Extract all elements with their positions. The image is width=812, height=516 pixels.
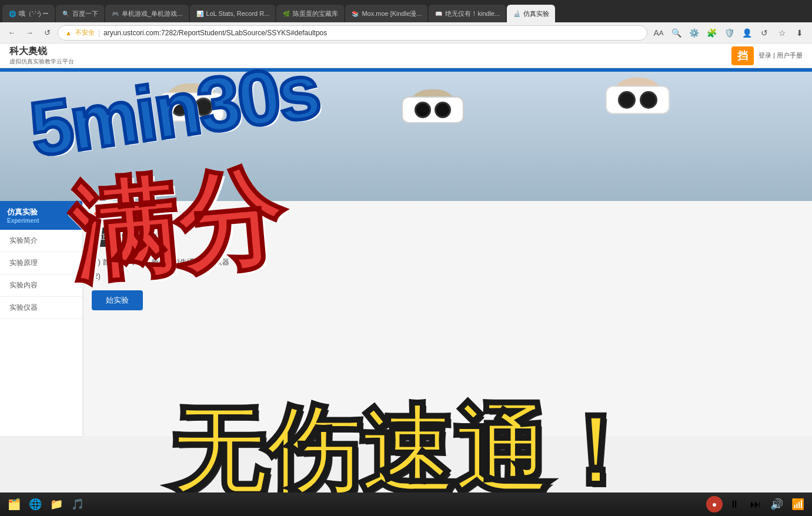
browser-tabs-bar: 🌐 哦（'·'うー 🔍 百度一下 🎮 单机游戏_单机游戏... 📊 LoL St… xyxy=(0,0,812,22)
download-icon[interactable]: ⬇ xyxy=(792,25,807,41)
start-experiment-button[interactable]: 始实验 xyxy=(92,290,143,310)
site-logo-cn: 科大奥锐 xyxy=(9,45,74,58)
tab-3-label: LoL Stats, Record R... xyxy=(206,10,270,17)
content-area: 仿真实验 Experiment 实验简介 实验原理 实验内容 实验仪器 📍 所在… xyxy=(0,201,812,436)
settings-icon[interactable]: ⚙️ xyxy=(686,25,701,41)
back-button[interactable]: ← xyxy=(5,26,19,40)
vr-person-2 xyxy=(406,89,459,122)
hero-people xyxy=(0,72,812,201)
browser-content: 科大奥锐 虚拟仿真实验教学云平台 挡 登录 | 用户手册 xyxy=(0,43,812,516)
security-label: 不安全 xyxy=(75,28,95,37)
taskbar-icon-next[interactable]: ⏭ xyxy=(746,495,765,514)
taskbar-icon-pause[interactable]: ⏸ xyxy=(725,495,744,514)
taskbar-icon-browser[interactable]: 🌐 xyxy=(26,495,45,514)
vr-person-1 xyxy=(162,83,221,119)
site-logo-area: 科大奥锐 虚拟仿真实验教学云平台 xyxy=(9,45,74,66)
font-size-icon[interactable]: AA xyxy=(651,25,666,41)
vr-lens-3b xyxy=(640,91,657,109)
tab-6-label: 绝无仅有！kindle... xyxy=(445,9,500,18)
tab-2[interactable]: 🎮 单机游戏_单机游戏... xyxy=(105,5,188,22)
address-bar-input[interactable]: ▲ 不安全 | aryun.ustcori.com:7282/ReportStu… xyxy=(58,25,647,41)
refresh-icon[interactable]: ↺ xyxy=(757,25,772,41)
tab-1-label: 百度一下 xyxy=(72,9,98,18)
taskbar-icon-network[interactable]: 📶 xyxy=(788,495,807,514)
tab-4-favicon: 🌿 xyxy=(282,9,290,18)
notification-box: 正在打开实验... xyxy=(92,227,156,247)
tab-2-label: 单机游戏_单机游戏... xyxy=(122,9,182,18)
tab-0[interactable]: 🌐 哦（'·'うー xyxy=(2,5,55,22)
tab-1-favicon: 🔍 xyxy=(62,9,70,18)
sidebar: 仿真实验 Experiment 实验简介 实验原理 实验内容 实验仪器 xyxy=(0,201,82,436)
location-bar: 📍 所在... xyxy=(92,210,803,220)
vr-lens-2b xyxy=(435,102,451,118)
vr-headset-2 xyxy=(402,96,464,123)
login-link[interactable]: 登录 | 用户手册 xyxy=(758,51,803,60)
location-text: 所在... xyxy=(103,210,123,220)
sidebar-item-content[interactable]: 实验内容 xyxy=(0,274,82,297)
taskbar-icon-files[interactable]: 🗂️ xyxy=(5,495,24,514)
taskbar-icon-stop[interactable]: ● xyxy=(706,496,723,512)
tab-7-label: 仿真实验 xyxy=(523,9,549,18)
address-separator: | xyxy=(98,29,100,37)
tab-3-favicon: 📊 xyxy=(196,9,204,18)
address-url: aryun.ustcori.com:7282/ReportStudent/SLa… xyxy=(103,29,327,37)
instructions-text: (1) 首次运行虚拟实验前，请先通过实验仪器 (2) xyxy=(92,255,803,283)
sidebar-title-cn: 仿真实验 xyxy=(7,207,75,217)
vr-lens-2a xyxy=(415,102,431,118)
tab-4[interactable]: 🌿 陈蛋蛋的宝藏库 xyxy=(276,5,344,22)
vr-lens-1a xyxy=(171,98,189,116)
shield-icon[interactable]: 🛡️ xyxy=(721,25,737,41)
main-content: 📍 所在... 正在打开实验... (1) 首次运行虚拟实验前，请先通过实验仪器… xyxy=(82,201,812,436)
toolbar-icons: AA 🔍 ⚙️ 🧩 🛡️ 👤 ↺ ☆ ⬇ xyxy=(651,25,807,41)
vr-person-3 xyxy=(610,78,666,114)
sidebar-title-en: Experiment xyxy=(7,217,75,224)
location-pin-icon: 📍 xyxy=(92,212,101,220)
site-header: 科大奥锐 虚拟仿真实验教学云平台 挡 登录 | 用户手册 xyxy=(0,43,812,68)
tab-1[interactable]: 🔍 百度一下 xyxy=(56,5,104,22)
security-icon: ▲ xyxy=(65,29,72,36)
taskbar-icon-folder[interactable]: 📁 xyxy=(47,495,66,514)
website-wrapper: 科大奥锐 虚拟仿真实验教学云平台 挡 登录 | 用户手册 xyxy=(0,43,812,516)
tab-7-active[interactable]: 🔬 仿真实验 xyxy=(507,5,555,22)
tab-2-favicon: 🎮 xyxy=(111,9,119,18)
taskbar-icon-volume[interactable]: 🔊 xyxy=(767,495,786,514)
vr-lens-3a xyxy=(618,91,636,109)
vr-headset-3 xyxy=(606,86,670,114)
sidebar-header: 仿真实验 Experiment xyxy=(0,201,82,230)
tab-6[interactable]: 📖 绝无仅有！kindle... xyxy=(429,5,506,22)
instruction-1: (1) 首次运行虚拟实验前，请先通过实验仪器 xyxy=(92,255,803,269)
tab-5[interactable]: 📚 Mox.moe [Kindle漫... xyxy=(345,5,427,22)
extension-icon[interactable]: 🧩 xyxy=(704,25,719,41)
taskbar: 🗂️ 🌐 📁 🎵 ● ⏸ ⏭ 🔊 📶 xyxy=(0,492,812,516)
forward-button[interactable]: → xyxy=(22,26,36,40)
taskbar-icon-media[interactable]: 🎵 xyxy=(68,495,87,514)
vr-headset-1 xyxy=(159,92,224,122)
tab-4-label: 陈蛋蛋的宝藏库 xyxy=(293,9,338,18)
sidebar-item-intro[interactable]: 实验简介 xyxy=(0,230,82,252)
profile-icon[interactable]: 👤 xyxy=(739,25,754,41)
search-toolbar-icon[interactable]: 🔍 xyxy=(669,25,684,41)
sidebar-item-principle[interactable]: 实验原理 xyxy=(0,252,82,274)
reload-button[interactable]: ↺ xyxy=(40,26,54,40)
tab-3[interactable]: 📊 LoL Stats, Record R... xyxy=(190,5,276,22)
site-header-right: 挡 登录 | 用户手册 xyxy=(731,46,803,65)
browser-frame: 🌐 哦（'·'うー 🔍 百度一下 🎮 单机游戏_单机游戏... 📊 LoL St… xyxy=(0,0,812,516)
tab-5-label: Mox.moe [Kindle漫... xyxy=(362,9,422,18)
tab-0-label: 哦（'·'うー xyxy=(19,9,49,18)
browser-address-bar: ← → ↺ ▲ 不安全 | aryun.ustcori.com:7282/Rep… xyxy=(0,22,812,43)
dang-badge[interactable]: 挡 xyxy=(731,46,754,65)
star-icon[interactable]: ☆ xyxy=(774,25,790,41)
instruction-2: (2) xyxy=(92,269,803,283)
site-logo-sub: 虚拟仿真实验教学云平台 xyxy=(9,58,74,66)
sidebar-item-instruments[interactable]: 实验仪器 xyxy=(0,297,82,319)
tab-7-favicon: 🔬 xyxy=(513,9,521,18)
tab-0-favicon: 🌐 xyxy=(8,9,16,18)
hero-area xyxy=(0,72,812,201)
tab-6-favicon: 📖 xyxy=(435,9,443,18)
vr-lens-1b xyxy=(194,98,213,116)
tab-5-favicon: 📚 xyxy=(351,9,359,18)
